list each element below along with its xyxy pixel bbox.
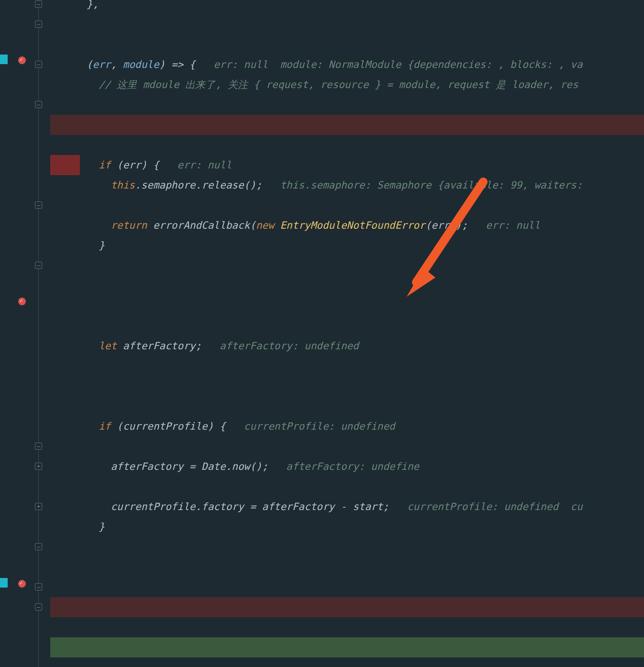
code-line[interactable]: } bbox=[50, 517, 644, 537]
inline-hint: err: null bbox=[486, 220, 540, 231]
code-line[interactable]: currentProfile.factory = afterFactory - … bbox=[50, 477, 644, 497]
inline-hint: err: null module: NormalModule {dependen… bbox=[213, 59, 582, 70]
code-line[interactable]: afterFactory = Date.now(); afterFactory:… bbox=[50, 436, 644, 456]
breakpoint-icon[interactable] bbox=[18, 580, 26, 588]
code-line[interactable]: module = addModuleResult.module; module:… bbox=[50, 637, 644, 657]
inline-hint: currentProfile: undefined cu bbox=[407, 501, 583, 512]
inline-hint: currentProfile: undefined bbox=[244, 421, 395, 432]
code-line[interactable] bbox=[50, 356, 644, 376]
inline-hint: afterFactory: undefine bbox=[286, 461, 419, 472]
code-area[interactable]: }, (err, module) => { err: null module: … bbox=[50, 0, 644, 667]
fold-collapse-icon[interactable] bbox=[35, 21, 42, 28]
fold-expand-icon[interactable] bbox=[35, 503, 42, 510]
code-line[interactable]: } bbox=[50, 235, 644, 256]
breakpoint-icon[interactable] bbox=[18, 56, 26, 64]
bookmark-icon[interactable] bbox=[0, 578, 8, 588]
inline-hint: this.semaphore: Semaphore {available: 99… bbox=[280, 179, 582, 191]
fold-expand-icon[interactable] bbox=[35, 463, 42, 470]
fold-collapse-icon[interactable] bbox=[35, 443, 42, 450]
inline-hint: afterFactory: undefined bbox=[220, 340, 359, 352]
gutter bbox=[0, 0, 50, 667]
fold-collapse-icon[interactable] bbox=[35, 61, 42, 68]
code-line[interactable] bbox=[50, 557, 644, 577]
fold-collapse-icon[interactable] bbox=[35, 201, 42, 209]
code-line[interactable]: (err, module) => { err: null module: Nor… bbox=[50, 34, 644, 55]
fold-collapse-icon[interactable] bbox=[35, 101, 42, 108]
code-line[interactable]: }, bbox=[50, 0, 644, 14]
fold-collapse-icon[interactable] bbox=[35, 583, 42, 590]
code-text: }, bbox=[50, 0, 99, 14]
bookmark-icon[interactable] bbox=[0, 55, 8, 64]
code-editor[interactable]: }, (err, module) => { err: null module: … bbox=[0, 0, 644, 667]
fold-collapse-icon[interactable] bbox=[35, 262, 42, 269]
code-line[interactable]: if (currentProfile) { currentProfile: un… bbox=[50, 396, 644, 416]
code-line[interactable]: let afterFactory; afterFactory: undefine… bbox=[50, 316, 644, 336]
fold-gutter bbox=[33, 0, 50, 667]
code-line[interactable]: if (err) { err: null bbox=[50, 115, 644, 135]
fold-collapse-icon[interactable] bbox=[35, 543, 42, 550]
code-line[interactable]: this.semaphore.release(); this.semaphore… bbox=[50, 155, 644, 175]
code-line[interactable]: return errorAndCallback(new EntryModuleN… bbox=[50, 195, 644, 215]
fold-collapse-icon[interactable] bbox=[35, 603, 42, 611]
fold-collapse-icon[interactable] bbox=[35, 0, 42, 8]
code-line[interactable]: const addModuleResult = this.addModule(m… bbox=[50, 597, 644, 617]
code-line[interactable] bbox=[50, 276, 644, 296]
code-line[interactable]: // 这里 mdoule 出来了, 关注 { request, resource… bbox=[50, 75, 644, 95]
breakpoint-icon[interactable] bbox=[18, 298, 26, 305]
